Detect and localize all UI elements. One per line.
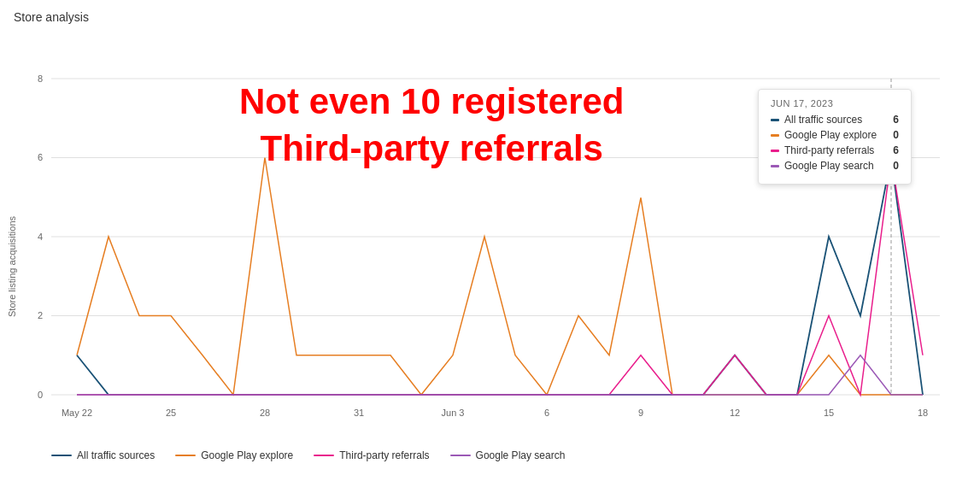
- google-play-search-line: [77, 355, 923, 395]
- svg-text:18: 18: [918, 408, 928, 418]
- tooltip-label-1: Google Play explore: [784, 129, 888, 141]
- tooltip-value-2: 6: [893, 144, 899, 156]
- tooltip-box: JUN 17, 2023 All traffic sources 6 Googl…: [758, 89, 912, 185]
- page-title: Store analysis: [0, 0, 980, 27]
- tooltip-dot-3: [771, 165, 779, 167]
- svg-text:28: 28: [260, 408, 270, 418]
- legend-label-2: Third-party referrals: [339, 449, 429, 461]
- legend-label-3: Google Play search: [476, 449, 566, 461]
- tooltip-dot-0: [771, 119, 779, 121]
- legend-label-0: All traffic sources: [77, 449, 155, 461]
- legend-line-1: [175, 455, 196, 456]
- svg-text:12: 12: [730, 408, 740, 418]
- legend-item-1: Google Play explore: [175, 449, 293, 461]
- legend-line-3: [450, 455, 471, 456]
- svg-text:8: 8: [38, 73, 43, 84]
- tooltip-value-3: 0: [893, 160, 899, 172]
- tooltip-value-0: 6: [893, 114, 899, 126]
- svg-text:6: 6: [544, 408, 549, 418]
- legend-line-0: [51, 455, 72, 456]
- tooltip-row-1: Google Play explore 0: [771, 129, 899, 141]
- tooltip-value-1: 0: [893, 129, 899, 141]
- chart-container: Store listing acquisitions 0 2 4 6 8 May…: [0, 27, 980, 472]
- chart-legend: All traffic sources Google Play explore …: [51, 449, 565, 461]
- tooltip-row-0: All traffic sources 6: [771, 114, 899, 126]
- tooltip-date: JUN 17, 2023: [771, 98, 899, 109]
- legend-label-1: Google Play explore: [201, 449, 293, 461]
- tooltip-label-2: Third-party referrals: [784, 144, 888, 156]
- all-traffic-sources-line: [77, 158, 923, 396]
- tooltip-label-3: Google Play search: [784, 160, 888, 172]
- tooltip-dot-2: [771, 150, 779, 152]
- tooltip-row-3: Google Play search 0: [771, 160, 899, 172]
- svg-text:15: 15: [824, 408, 834, 418]
- svg-text:May 22: May 22: [62, 408, 92, 418]
- svg-text:4: 4: [38, 232, 43, 242]
- legend-item-3: Google Play search: [450, 449, 566, 461]
- svg-text:6: 6: [38, 152, 43, 162]
- svg-text:25: 25: [166, 408, 176, 418]
- legend-item-2: Third-party referrals: [314, 449, 429, 461]
- svg-text:2: 2: [38, 310, 43, 320]
- svg-text:9: 9: [638, 408, 643, 418]
- tooltip-row-2: Third-party referrals 6: [771, 144, 899, 156]
- svg-text:Store listing acquisitions: Store listing acquisitions: [7, 216, 17, 318]
- third-party-referrals-line: [77, 158, 923, 396]
- svg-text:0: 0: [38, 390, 43, 400]
- tooltip-label-0: All traffic sources: [784, 114, 888, 126]
- google-play-explore-line: [77, 158, 923, 396]
- svg-text:31: 31: [354, 408, 364, 418]
- legend-line-2: [314, 455, 334, 456]
- legend-item-0: All traffic sources: [51, 449, 155, 461]
- tooltip-dot-1: [771, 134, 779, 137]
- svg-text:Jun 3: Jun 3: [442, 408, 465, 418]
